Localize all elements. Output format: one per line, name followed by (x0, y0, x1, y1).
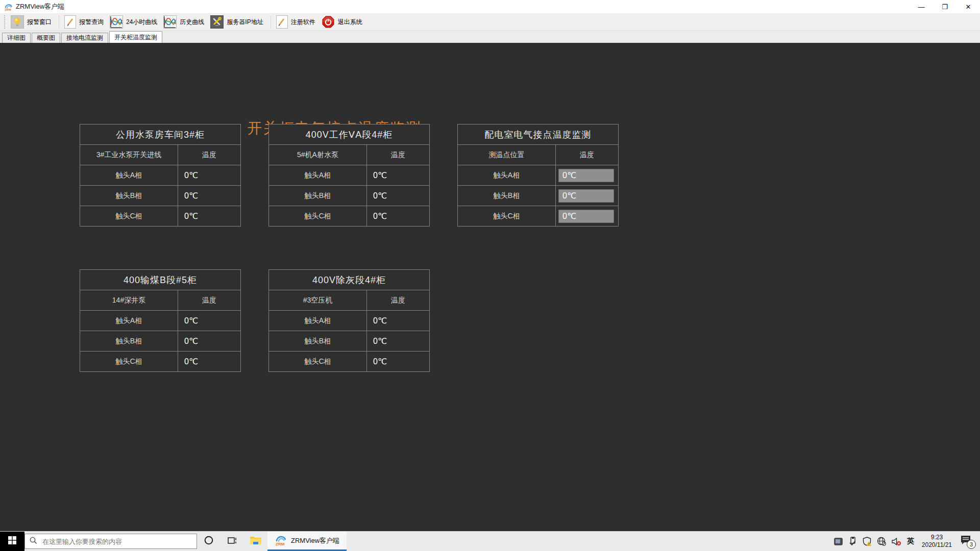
phase-a-label: 触头A相 (80, 311, 178, 331)
svg-text:ZRM: ZRM (276, 542, 285, 546)
temp-header: 温度 (556, 145, 618, 165)
network-globe-icon[interactable] (877, 537, 886, 546)
cortana-circle-icon (204, 536, 213, 547)
taskbar-search[interactable] (24, 534, 197, 549)
minimize-button[interactable]: — (910, 0, 933, 13)
table-pump-house-3: 公用水泵房车间3#柜 3#工业水泵开关进线 温度 触头A相 0℃ 触头B相 0℃… (80, 124, 241, 227)
phase-b-value-cell: 0℃ (556, 186, 618, 206)
close-button[interactable]: ✕ (957, 0, 980, 13)
toolbar: 报警窗口 报警查询 24小时曲线 (0, 14, 980, 31)
tab-detail-view[interactable]: 详细图 (2, 33, 31, 43)
temperature-value: 0℃ (367, 191, 387, 201)
temperature-value-box: 0℃ (558, 169, 614, 182)
phase-a-value-cell: 0℃ (178, 311, 240, 331)
phase-b-value-cell: 0℃ (367, 186, 429, 206)
security-shield-icon[interactable] (863, 537, 871, 546)
table-ash-removal-4: 400V除灰段4#柜 #3空压机 温度 触头A相 0℃ 触头B相 0℃ 触头C相… (268, 269, 430, 372)
temperature-value: 0℃ (367, 211, 387, 221)
temperature-value: 0℃ (178, 211, 198, 221)
taskbar-clock[interactable]: 9:23 2020/11/21 (920, 534, 954, 549)
phase-c-value-cell: 0℃ (178, 206, 240, 226)
curves-icon (110, 15, 123, 29)
alarm-query-button[interactable]: 报警查询 (63, 15, 108, 29)
phase-c-label: 触头C相 (80, 352, 178, 371)
curve-24h-button[interactable]: 24小时曲线 (108, 15, 162, 29)
power-icon (322, 15, 335, 29)
temperature-value: 0℃ (367, 357, 387, 366)
start-button[interactable] (0, 532, 24, 551)
temperature-value: 0℃ (178, 316, 198, 325)
history-curve-button[interactable]: 历史曲线 (162, 15, 209, 29)
volume-muted-icon[interactable] (892, 537, 901, 546)
phase-a-value-cell: 0℃ (556, 165, 618, 185)
toolbar-button-label: 服务器IP地址 (227, 18, 263, 27)
table-title: 400V工作ⅤA段4#柜 (269, 124, 429, 144)
notification-count-badge: 3 (967, 540, 976, 549)
location-header: 5#机A射水泵 (269, 145, 366, 165)
windows-logo-icon (8, 536, 16, 546)
tray-app-icon[interactable] (834, 538, 843, 545)
table-title: 公用水泵房车间3#柜 (80, 124, 240, 144)
phase-a-label: 触头A相 (458, 165, 555, 185)
location-header: 3#工业水泵开关进线 (80, 145, 178, 165)
toolbar-button-label: 24小时曲线 (126, 18, 157, 27)
ime-language-indicator[interactable]: 英 (907, 537, 914, 546)
pencil-icon (64, 15, 76, 29)
phase-c-value-cell: 0℃ (178, 352, 240, 371)
table-400v-work-va-4: 400V工作ⅤA段4#柜 5#机A射水泵 温度 触头A相 0℃ 触头B相 0℃ … (268, 124, 430, 227)
phase-b-value-cell: 0℃ (178, 186, 240, 206)
temperature-value-box: 0℃ (558, 189, 614, 203)
usb-eject-icon[interactable] (848, 537, 857, 546)
restore-button[interactable]: ❐ (933, 0, 957, 13)
phase-a-value-cell: 0℃ (178, 165, 240, 185)
tab-switchgear-temperature-monitor[interactable]: 开关柜温度监测 (109, 31, 162, 43)
table-distribution-room: 配电室电气接点温度监测 测温点位置 温度 触头A相 0℃ 触头B相 0℃ 触头C… (457, 124, 619, 227)
zrm-logo-icon: ZRM (275, 534, 287, 548)
phase-a-value-cell: 0℃ (367, 165, 429, 185)
temperature-value: 0℃ (178, 170, 198, 180)
alarm-window-button[interactable]: 报警窗口 (9, 15, 56, 29)
phase-b-value-cell: 0℃ (178, 331, 240, 351)
clock-date: 2020/11/21 (922, 541, 952, 549)
phase-c-label: 触头C相 (269, 206, 366, 226)
phase-c-label: 触头C相 (458, 206, 555, 226)
phase-c-value-cell: 0℃ (367, 352, 429, 371)
phase-a-label: 触头A相 (269, 165, 366, 185)
phase-c-label: 触头C相 (269, 352, 366, 371)
temp-header: 温度 (367, 145, 429, 165)
temperature-value-box: 0℃ (558, 210, 614, 223)
temp-header: 温度 (178, 145, 240, 165)
phase-c-value-cell: 0℃ (367, 206, 429, 226)
table-title: 配电室电气接点温度监测 (458, 124, 618, 144)
pencil-icon (276, 15, 288, 29)
action-center-button[interactable]: 3 (960, 535, 975, 548)
phase-b-value-cell: 0℃ (367, 331, 429, 351)
register-software-button[interactable]: 注册软件 (275, 15, 320, 29)
system-tray: 英 9:23 2020/11/21 3 (834, 534, 980, 549)
windows-taskbar: ZRM ZRMView客户端 (0, 531, 980, 551)
phase-a-label: 触头A相 (269, 311, 366, 331)
tab-ground-current-monitor[interactable]: 接地电流监测 (61, 33, 108, 43)
view-tabbar: 详细图 概要图 接地电流监测 开关柜温度监测 (0, 31, 980, 43)
taskbar-app-label: ZRMView客户端 (291, 536, 339, 545)
tools-icon (210, 15, 224, 29)
phase-c-value-cell: 0℃ (556, 206, 618, 226)
cortana-button[interactable] (197, 532, 220, 551)
main-content: 开关柜电气接点温度监测 公用水泵房车间3#柜 3#工业水泵开关进线 温度 触头A… (0, 43, 980, 531)
phase-b-label: 触头B相 (269, 331, 366, 351)
taskbar-app-zrmview[interactable]: ZRM ZRMView客户端 (267, 532, 347, 551)
table-title: 400V除灰段4#柜 (269, 270, 429, 290)
location-header: 测温点位置 (458, 145, 555, 165)
server-ip-button[interactable]: 服务器IP地址 (209, 15, 267, 29)
tab-overview[interactable]: 概要图 (32, 33, 60, 43)
exit-system-button[interactable]: 退出系统 (320, 15, 367, 29)
task-view-button[interactable] (220, 532, 244, 551)
toolbar-button-label: 注册软件 (291, 18, 315, 27)
temperature-value: 0℃ (178, 336, 198, 346)
search-input[interactable] (41, 537, 192, 546)
folder-icon (250, 535, 262, 547)
svg-text:ZRM: ZRM (5, 8, 11, 11)
zrm-logo-icon: ZRM (4, 3, 13, 11)
file-explorer-button[interactable] (244, 532, 267, 551)
location-header: #3空压机 (269, 290, 366, 310)
